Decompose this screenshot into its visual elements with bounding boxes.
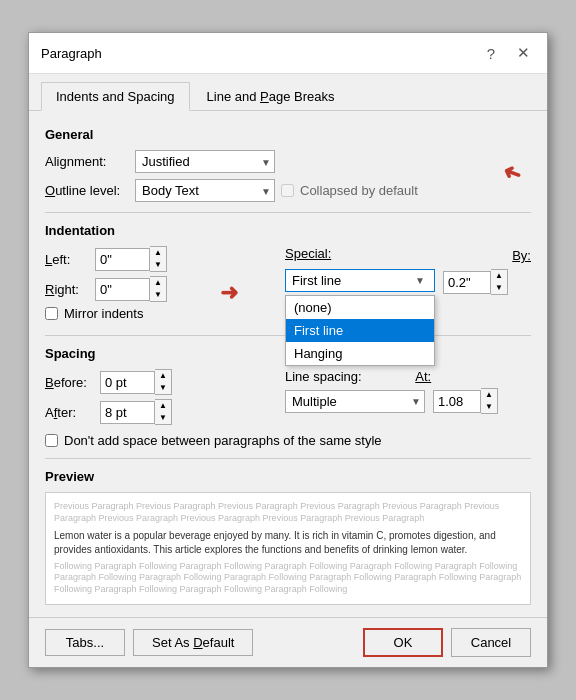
special-select-row: (none) First line Hanging ▼ xyxy=(285,269,445,292)
by-up[interactable]: ▲ xyxy=(491,270,507,282)
before-input[interactable] xyxy=(100,371,155,394)
tab-indents-spacing[interactable]: Indents and Spacing xyxy=(41,82,190,111)
preview-main-text: Lemon water is a popular beverage enjoye… xyxy=(54,529,522,557)
outline-label: Outline level: xyxy=(45,183,135,198)
right-indent-up[interactable]: ▲ xyxy=(150,277,166,289)
special-option-none[interactable]: (none) xyxy=(286,296,434,319)
special-option-firstline[interactable]: First line xyxy=(286,319,434,342)
at-input[interactable] xyxy=(433,390,481,413)
special-label-row: Special: By: xyxy=(285,246,531,265)
spacing-cols: Before: ▲ ▼ After: ▲ xyxy=(45,369,531,429)
collapsed-checkbox[interactable] xyxy=(281,184,294,197)
help-button[interactable]: ? xyxy=(479,41,503,65)
paragraph-dialog: Paragraph ? ✕ Indents and Spacing Line a… xyxy=(28,32,548,667)
tab-line-page-breaks[interactable]: Line and Page Breaks xyxy=(192,82,350,110)
close-button[interactable]: ✕ xyxy=(511,41,535,65)
title-bar: Paragraph ? ✕ xyxy=(29,33,547,74)
right-indent-spinners: ▲ ▼ xyxy=(150,276,167,302)
collapsed-label: Collapsed by default xyxy=(300,183,418,198)
mirror-indents-checkbox[interactable] xyxy=(45,307,58,320)
indentation-right-col: Special: By: (none) First line Hanging ▼ xyxy=(285,246,531,325)
line-spacing-label-row: Line spacing: At: xyxy=(285,369,531,384)
tab-line-page-breaks-label: Line and Page Breaks xyxy=(207,89,335,104)
divider-3 xyxy=(45,458,531,459)
right-indent-row: Right: ▲ ▼ xyxy=(45,276,265,302)
tabs-bar: Indents and Spacing Line and Page Breaks xyxy=(29,74,547,111)
right-indent-spin: ▲ ▼ xyxy=(95,276,167,302)
line-spacing-controls: Single Multiple 1.5 lines Double At leas… xyxy=(285,388,531,414)
preview-box: Previous Paragraph Previous Paragraph Pr… xyxy=(45,492,531,604)
dialog-content: General Alignment: Justified Left Center… xyxy=(29,111,547,616)
before-spin: ▲ ▼ xyxy=(100,369,172,395)
after-spin: ▲ ▼ xyxy=(100,399,172,425)
mirror-indents-row: Mirror indents xyxy=(45,306,265,321)
line-spacing-select-wrapper: Single Multiple 1.5 lines Double At leas… xyxy=(285,390,425,413)
left-indent-input[interactable] xyxy=(95,248,150,271)
dialog-footer: Tabs... Set As Default OK Cancel xyxy=(29,617,547,667)
divider-1 xyxy=(45,212,531,213)
before-down[interactable]: ▼ xyxy=(155,382,171,394)
preview-previous-text: Previous Paragraph Previous Paragraph Pr… xyxy=(54,501,522,524)
collapsed-row: Collapsed by default xyxy=(281,183,418,198)
outline-row: Outline level: Body Text Level 1 Level 2… xyxy=(45,179,531,202)
special-dropdown-menu: (none) First line Hanging xyxy=(285,295,435,366)
left-indent-up[interactable]: ▲ xyxy=(150,247,166,259)
footer-right: OK Cancel xyxy=(363,628,531,657)
by-spin: ▲ ▼ xyxy=(443,269,508,295)
general-section-label: General xyxy=(45,127,531,142)
by-spinners: ▲ ▼ xyxy=(491,269,508,295)
after-label: After: xyxy=(45,405,100,420)
left-indent-spin: ▲ ▼ xyxy=(95,246,167,272)
after-input[interactable] xyxy=(100,401,155,424)
by-down[interactable]: ▼ xyxy=(491,282,507,294)
before-label: Before: xyxy=(45,375,100,390)
indentation-cols: Left: ▲ ▼ Right: ▲ xyxy=(45,246,531,325)
tabs-button[interactable]: Tabs... xyxy=(45,629,125,656)
cancel-button[interactable]: Cancel xyxy=(451,628,531,657)
dialog-title: Paragraph xyxy=(41,46,102,61)
before-row: Before: ▲ ▼ xyxy=(45,369,265,395)
before-up[interactable]: ▲ xyxy=(155,370,171,382)
alignment-label: Alignment: xyxy=(45,154,135,169)
right-indent-down[interactable]: ▼ xyxy=(150,289,166,301)
preview-section-label: Preview xyxy=(45,469,531,484)
title-bar-buttons: ? ✕ xyxy=(479,41,535,65)
outline-select-wrapper: Body Text Level 1 Level 2 ▼ xyxy=(135,179,275,202)
alignment-select-wrapper: Justified Left Center Right ▼ xyxy=(135,150,275,173)
after-row: After: ▲ ▼ xyxy=(45,399,265,425)
special-controls-row: (none) First line Hanging ▼ (none) First… xyxy=(285,269,531,295)
indentation-section-label: Indentation xyxy=(45,223,531,238)
by-input[interactable] xyxy=(443,271,491,294)
special-option-hanging[interactable]: Hanging xyxy=(286,342,434,365)
set-default-button[interactable]: Set As Default xyxy=(133,629,253,656)
left-indent-label: Left: xyxy=(45,252,95,267)
at-down[interactable]: ▼ xyxy=(481,401,497,413)
footer-left: Tabs... Set As Default xyxy=(45,629,253,656)
outline-select[interactable]: Body Text Level 1 Level 2 xyxy=(135,179,275,202)
line-spacing-label: Line spacing: xyxy=(285,369,362,384)
right-indent-input[interactable] xyxy=(95,278,150,301)
left-indent-down[interactable]: ▼ xyxy=(150,259,166,271)
line-spacing-select[interactable]: Single Multiple 1.5 lines Double At leas… xyxy=(285,390,425,413)
dont-add-label: Don't add space between paragraphs of th… xyxy=(64,433,382,448)
at-up[interactable]: ▲ xyxy=(481,389,497,401)
tab-indents-spacing-label: Indents and Spacing xyxy=(56,89,175,104)
dont-add-row: Don't add space between paragraphs of th… xyxy=(45,433,531,448)
after-down[interactable]: ▼ xyxy=(155,412,171,424)
before-spinners: ▲ ▼ xyxy=(155,369,172,395)
dont-add-checkbox[interactable] xyxy=(45,434,58,447)
alignment-select[interactable]: Justified Left Center Right xyxy=(135,150,275,173)
at-spinners: ▲ ▼ xyxy=(481,388,498,414)
special-dropdown-container: (none) First line Hanging ▼ (none) First… xyxy=(285,269,445,292)
preview-following-text: Following Paragraph Following Paragraph … xyxy=(54,561,522,596)
after-spinners: ▲ ▼ xyxy=(155,399,172,425)
after-up[interactable]: ▲ xyxy=(155,400,171,412)
special-label: Special: xyxy=(285,246,331,261)
ok-button[interactable]: OK xyxy=(363,628,443,657)
spacing-left-col: Before: ▲ ▼ After: ▲ xyxy=(45,369,265,429)
by-label-top: By: xyxy=(512,248,531,263)
special-select[interactable]: (none) First line Hanging xyxy=(285,269,435,292)
alignment-row: Alignment: Justified Left Center Right ▼ xyxy=(45,150,531,173)
spacing-right-col: Line spacing: At: Single Multiple 1.5 li… xyxy=(285,369,531,429)
mirror-indents-label: Mirror indents xyxy=(64,306,143,321)
